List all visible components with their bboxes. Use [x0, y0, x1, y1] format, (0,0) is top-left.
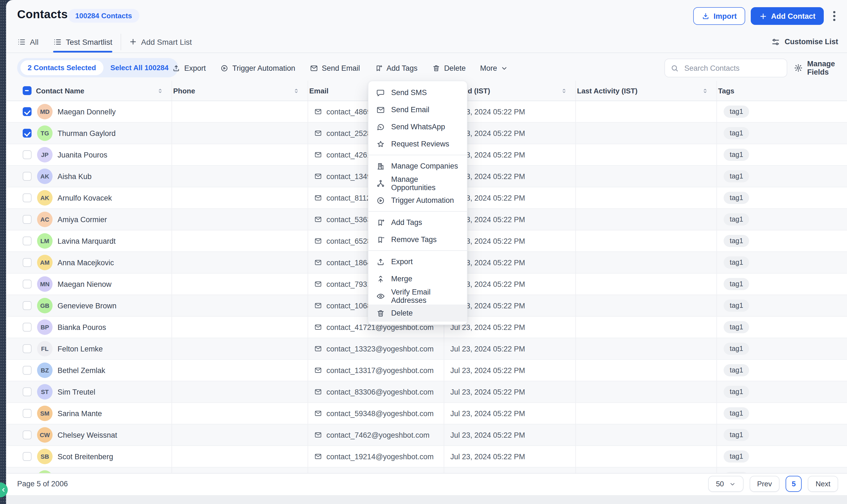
- prev-page-button[interactable]: Prev: [749, 476, 779, 492]
- row-checkbox[interactable]: [23, 258, 32, 267]
- tag-chip[interactable]: tag1: [724, 407, 749, 419]
- row-checkbox[interactable]: [23, 388, 32, 396]
- menu-item-manage-opportunities[interactable]: Manage Opportunities: [368, 175, 467, 192]
- tag-chip[interactable]: tag1: [724, 192, 749, 204]
- phone-cell: [172, 360, 308, 381]
- menu-item-send-whatsapp[interactable]: Send WhatsApp: [368, 118, 467, 136]
- tab-test-smartlist[interactable]: Test Smartlist: [53, 32, 112, 52]
- sort-icon[interactable]: [293, 87, 300, 94]
- current-page-button[interactable]: 5: [786, 476, 802, 492]
- contact-name[interactable]: Chelsey Weissnat: [57, 431, 117, 439]
- row-checkbox[interactable]: [23, 194, 32, 202]
- bulk-action-add-tags[interactable]: Add Tags: [374, 64, 417, 72]
- contact-name[interactable]: Felton Lemke: [57, 345, 103, 353]
- tag-chip[interactable]: tag1: [724, 170, 749, 182]
- select-all-link[interactable]: Select All 100284: [103, 64, 176, 72]
- row-checkbox[interactable]: [23, 215, 32, 224]
- contact-name[interactable]: Genevieve Brown: [57, 302, 117, 310]
- contact-name[interactable]: Aisha Kub: [57, 172, 91, 180]
- row-checkbox[interactable]: [23, 236, 32, 245]
- row-checkbox[interactable]: [23, 323, 32, 331]
- tag-chip[interactable]: tag1: [724, 300, 749, 312]
- contact-name[interactable]: Bethel Zemlak: [57, 366, 105, 374]
- tag-chip[interactable]: tag1: [724, 213, 749, 226]
- bulk-action-trigger-automation[interactable]: Trigger Automation: [220, 64, 295, 72]
- menu-item-export[interactable]: Export: [368, 253, 467, 270]
- menu-item-manage-companies[interactable]: Manage Companies: [368, 158, 467, 175]
- contact-name[interactable]: Anna Macejkovic: [57, 258, 114, 267]
- tag-chip[interactable]: tag1: [724, 364, 749, 376]
- contact-name[interactable]: Juanita Pouros: [57, 150, 107, 159]
- row-checkbox[interactable]: [23, 366, 32, 375]
- bulk-action-export[interactable]: Export: [172, 64, 206, 72]
- row-checkbox[interactable]: [23, 172, 32, 181]
- selected-count-pill[interactable]: 2 Contacts Selected: [20, 60, 103, 75]
- contact-name[interactable]: Maegan Donnelly: [57, 107, 116, 116]
- table-row[interactable]: SMSarina Mantecontact_59348@yogeshbot.co…: [6, 403, 847, 425]
- next-page-button[interactable]: Next: [808, 476, 838, 492]
- menu-item-send-sms[interactable]: Send SMS: [368, 84, 467, 101]
- row-checkbox[interactable]: [23, 280, 32, 288]
- table-row[interactable]: FLFelton Lemkecontact_13323@yogeshbot.co…: [6, 338, 847, 360]
- tag-chip[interactable]: tag1: [724, 450, 749, 463]
- contact-name[interactable]: Thurman Gaylord: [57, 129, 116, 137]
- tag-chip[interactable]: tag1: [724, 321, 749, 333]
- tag-chip[interactable]: tag1: [724, 256, 749, 269]
- row-checkbox[interactable]: [23, 409, 32, 418]
- table-row[interactable]: BZBethel Zemlakcontact_13317@yogeshbot.c…: [6, 360, 847, 381]
- tag-chip[interactable]: tag1: [724, 278, 749, 290]
- row-checkbox[interactable]: [23, 431, 32, 439]
- table-row[interactable]: SBScot Breitenbergcontact_19214@yogeshbo…: [6, 446, 847, 468]
- contact-name[interactable]: Scot Breitenberg: [57, 452, 113, 461]
- bulk-action-send-email[interactable]: Send Email: [310, 64, 360, 72]
- row-checkbox[interactable]: [23, 150, 32, 159]
- sort-icon[interactable]: [702, 87, 709, 94]
- menu-item-trigger-automation[interactable]: Trigger Automation: [368, 192, 467, 209]
- more-options-kebab-icon[interactable]: [829, 7, 839, 25]
- tag-chip[interactable]: tag1: [724, 343, 749, 355]
- manage-fields-button[interactable]: Manage Fields: [794, 58, 847, 77]
- contact-name[interactable]: Maegan Nienow: [57, 280, 111, 288]
- contact-name[interactable]: Lavina Marquardt: [57, 237, 116, 245]
- menu-item-send-email[interactable]: Send Email: [368, 101, 467, 118]
- page-size-select[interactable]: 50: [708, 476, 743, 492]
- table-row[interactable]: STSim Treutelcontact_83306@yogeshbot.com…: [6, 381, 847, 403]
- menu-item-merge[interactable]: Merge: [368, 270, 467, 287]
- import-button[interactable]: Import: [693, 7, 745, 25]
- row-checkbox[interactable]: [23, 344, 32, 353]
- table-row[interactable]: JScontact_843@yogeshbot.comJul 23, 2024 …: [6, 468, 847, 474]
- menu-item-request-reviews[interactable]: Request Reviews: [368, 136, 467, 152]
- row-checkbox[interactable]: [23, 107, 32, 116]
- chevron-left-icon: [0, 487, 6, 493]
- menu-item-remove-tags[interactable]: Remove Tags: [368, 231, 467, 248]
- tag-chip[interactable]: tag1: [724, 127, 749, 139]
- menu-item-verify-email-addresses[interactable]: Verify Email Addresses: [368, 287, 467, 305]
- bulk-action-more[interactable]: More: [480, 64, 508, 72]
- menu-item-add-tags[interactable]: Add Tags: [368, 214, 467, 231]
- tag-chip[interactable]: tag1: [724, 235, 749, 247]
- select-all-checkbox[interactable]: [23, 86, 32, 95]
- bulk-action-delete[interactable]: Delete: [432, 64, 466, 72]
- tag-chip[interactable]: tag1: [724, 386, 749, 398]
- tag-chip[interactable]: tag1: [724, 429, 749, 441]
- contact-name[interactable]: Sim Treutel: [57, 388, 96, 396]
- menu-item-delete[interactable]: Delete: [368, 305, 467, 322]
- search-input[interactable]: [683, 63, 783, 73]
- row-checkbox[interactable]: [23, 452, 32, 461]
- row-checkbox[interactable]: [23, 301, 32, 310]
- contact-name[interactable]: Sarina Mante: [57, 409, 102, 417]
- table-row[interactable]: CWChelsey Weissnatcontact_7462@yogeshbot…: [6, 425, 847, 446]
- row-checkbox[interactable]: [23, 129, 32, 138]
- contact-name[interactable]: Amiya Cormier: [57, 215, 107, 223]
- add-contact-button[interactable]: Add Contact: [751, 7, 824, 25]
- contact-name[interactable]: Bianka Pouros: [57, 323, 106, 331]
- tab-all[interactable]: All: [17, 32, 38, 52]
- sort-icon[interactable]: [157, 87, 164, 94]
- tag-chip[interactable]: tag1: [724, 106, 749, 118]
- tag-chip[interactable]: tag1: [724, 149, 749, 161]
- contact-name[interactable]: Arnulfo Kovacek: [57, 194, 112, 202]
- customise-list-button[interactable]: Customise List: [771, 32, 838, 52]
- tab-add-smart-list[interactable]: Add Smart List: [129, 32, 192, 52]
- sort-icon[interactable]: [560, 87, 568, 94]
- tags-cell: tag1: [717, 166, 847, 187]
